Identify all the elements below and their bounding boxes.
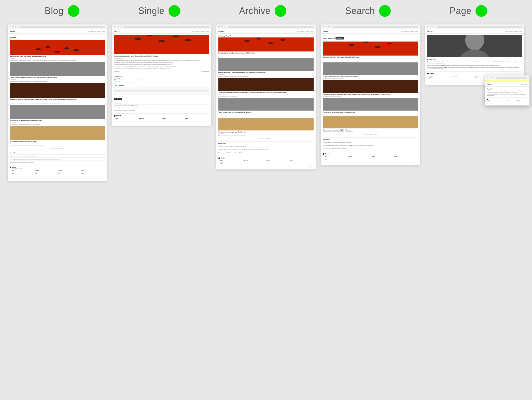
archive-post2-title: Canyon and savana, Grand Canyon National… (218, 72, 314, 74)
svg-point-10 (173, 35, 179, 37)
about-title: About Us (427, 58, 522, 60)
footer-logo-page: Stories (427, 73, 522, 74)
list-item: The Parering Memorial Auditorium is the … (218, 148, 314, 151)
single-body-4: Donec eu libero sit amet quam egestas se… (114, 66, 209, 67)
comment-avatar-2 (114, 82, 116, 84)
browser-bar-page (425, 24, 524, 29)
post-nav: ← Back to list Like · Featured Posts (114, 70, 209, 73)
comment-body-1: John Doe Lorem ipsum dolor sit amet, con… (117, 78, 209, 81)
comments-section: Comments (2) John Doe Lorem ipsum dolor … (114, 75, 209, 100)
svg-point-16 (280, 39, 285, 41)
site-footer-single: Storke* BlogArchive About UsTeam Contact… (114, 113, 209, 124)
comment-2: Jane Smith Vestibulum tortor quam, feugi… (114, 82, 209, 84)
footer-tagline: International solutions provider (12, 168, 22, 169)
browser-dot-p3 (433, 26, 434, 27)
footer-col-about: About Us TeamHistory (35, 170, 57, 175)
next-post[interactable]: Like · Featured Posts (201, 71, 209, 72)
svg-rect-17 (323, 42, 418, 56)
search-post1-title: Marshland birds at the Lake Havasu Natio… (323, 56, 418, 58)
browser-dot-p2 (430, 26, 431, 27)
site-nav-search: Blog About Us Contact Search (401, 31, 418, 32)
site-nav-archive: Blog About Us Contact Search (297, 31, 314, 32)
footer-logo-search: Storke* (323, 153, 418, 155)
search-footer-recent: Recent Posts "Canyon and savana - Grand … (323, 137, 418, 150)
page-preview-wrapper: Storke* Blog About Us Contact Search (425, 24, 524, 85)
browser-dot-sr3 (328, 26, 330, 27)
single-body-1: Pellentesque habitant morbi tristique se… (114, 60, 209, 61)
about-body-2b: In addition, we are a global publisher. … (487, 92, 527, 94)
tab-blog-label: Blog (45, 6, 64, 16)
tab-search[interactable]: Search (345, 5, 391, 17)
comment-text-input[interactable] (114, 91, 209, 95)
copyright-search: © 2024 (323, 162, 418, 164)
search-post5-body: Pellentesque habitant morbi tristique se… (323, 131, 418, 132)
comment-name-input[interactable] (114, 87, 209, 91)
list-item: The Parering Memorial Auditorium is the … (323, 144, 418, 147)
archive-footer-recent: Recent Posts "Canyon and savana - Grand … (218, 141, 314, 154)
post4-title: Young woman in the Netherlands, by Georg… (10, 119, 105, 121)
search-post4-body: Pellentesque habitant morbi tristique se… (323, 114, 418, 115)
browser-dot-s3 (120, 26, 121, 27)
list-item: "Canyon and savana - Grand Canyon Nation… (323, 141, 418, 144)
post5-title: Vacationers on motorcycles, by Boyd Nort… (10, 141, 105, 142)
search-post2-image (323, 62, 418, 75)
pagination-archive[interactable]: ← Newer Entry 1/2/3 Older Entry → (218, 137, 314, 140)
search-post1-image (323, 42, 418, 56)
next-page-archive[interactable]: Older Entry → (268, 138, 274, 139)
browser-url-search (332, 26, 418, 28)
next-page-search[interactable]: Older Entry → (373, 134, 378, 135)
tab-archive[interactable]: Archive (239, 5, 286, 17)
post4-body: Pellentesque habitant morbi tristique se… (10, 124, 105, 125)
comment-submit-button[interactable]: Post Comment (114, 98, 122, 100)
svg-point-18 (348, 44, 354, 46)
tab-page-label: Page (450, 6, 471, 16)
svg-point-11 (185, 39, 191, 41)
post5-image (10, 126, 105, 140)
pagination-blog[interactable]: ← Newer Posts 1/2/3 Older Posts → (10, 147, 105, 150)
prev-page-archive[interactable]: ← Newer Entry (258, 138, 264, 139)
browser-dot-a1 (218, 26, 220, 27)
site-logo-single: Storke* (114, 30, 120, 32)
site-logo-blog: Storke* (10, 30, 16, 32)
search-title-area: Search results for 'laconia pueblo' (323, 35, 418, 40)
post2-meta: By Richard Adams (10, 79, 105, 80)
post1-image (10, 40, 105, 55)
single-preview: Storke* Blog About Us Contact Search (112, 24, 211, 126)
search-post5-title: Vacationers on motorcycles, by Boyd Nort… (323, 129, 418, 131)
browser-dot-s2 (117, 26, 118, 27)
pagination-search[interactable]: ← Newer Entry 1/2/3 Older Entry → (323, 133, 418, 136)
browser-dot-a3 (224, 26, 225, 27)
tab-single-dot (169, 5, 180, 17)
archive-post4-image (218, 98, 314, 111)
page-count-search: 1/2/3 (370, 134, 372, 135)
related-item-2: The Parering Memorial Auditorium is the … (114, 107, 209, 109)
browser-dot-sr2 (326, 26, 327, 27)
comment-body-2: Jane Smith Vestibulum tortor quam, feugi… (117, 82, 209, 84)
footer-brand-page: Stories (429, 73, 434, 74)
archive-post3-title: The Parering Memorial Auditorium is the … (218, 92, 314, 94)
tab-blog[interactable]: Blog (45, 5, 79, 17)
comment-1: John Doe Lorem ipsum dolor sit amet, con… (114, 78, 209, 81)
archive-post4-title: Young woman in the Netherlands, by Georg… (218, 111, 314, 113)
post3-title: The Parering Memorial Auditorium is the … (10, 99, 105, 100)
footer-logo-dot (10, 167, 11, 168)
browser-dot-s1 (114, 26, 115, 27)
post4-meta: By George Grindley (10, 122, 105, 123)
footer-col-blog: Blog ArchiveSingleSearch (12, 170, 34, 175)
tab-archive-dot (275, 5, 286, 17)
tab-page-dot (475, 5, 487, 17)
svg-rect-0 (10, 40, 105, 55)
next-page[interactable]: Older Posts → (60, 148, 65, 149)
archive-preview: Storke* Blog About Us Contact Search Cat… (216, 24, 316, 169)
browser-bar-search (321, 24, 420, 29)
prev-page-search[interactable]: ← Newer Entry (362, 134, 369, 135)
post3-image (10, 83, 105, 98)
tab-page[interactable]: Page (450, 5, 487, 17)
tab-single-label: Single (138, 6, 164, 16)
archive-post1-meta: By Janet Adams (218, 55, 314, 56)
archive-post1-body: Pellentesque habitant morbi tristique se… (218, 57, 314, 58)
prev-post[interactable]: ← Back to list (114, 71, 119, 72)
tab-single[interactable]: Single (138, 5, 180, 17)
prev-page[interactable]: ← Newer Posts (49, 148, 55, 149)
site-logo-archive: Storke* (218, 30, 225, 32)
